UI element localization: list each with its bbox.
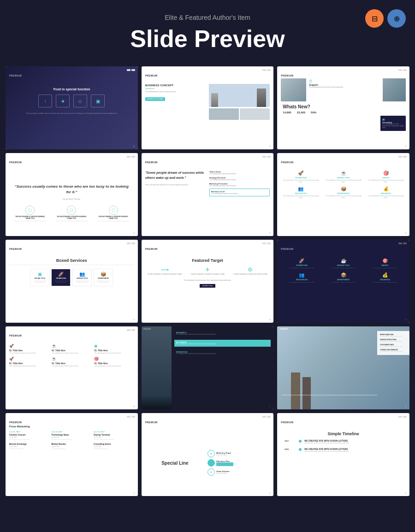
slide-10-page: 10	[133, 406, 135, 408]
box-icon-1: ▣	[38, 272, 42, 277]
slide-10[interactable]: PREMIUM 🚀 01. Tittle Here The multitaski…	[6, 326, 138, 409]
list-icon-5: 🎯	[94, 357, 134, 361]
slide-3-support-text: The multitasking & creative business the…	[309, 86, 380, 88]
slide-2-label: PREMIUM	[145, 74, 158, 77]
line-icon-2: ●	[210, 471, 212, 473]
slide-6[interactable]: PREMIUM 🚀 PROMOTION The multitasking & c…	[277, 153, 409, 236]
slide-13-label: PREMIUM	[9, 421, 22, 424]
slide-7-title: Boxed Services	[9, 258, 134, 263]
stat-2: 23,400	[297, 111, 305, 114]
line-icon-0: ●	[210, 452, 212, 455]
slide-2-title: BUSINESS CONCEPT	[145, 84, 206, 87]
author-badge-1: ⊟	[365, 9, 384, 28]
slide-5-page: 05	[269, 232, 271, 234]
slide-4-page: 04	[133, 232, 135, 234]
slide-1-page: 01	[133, 146, 135, 148]
slide-7-label: PREMIUM	[9, 248, 22, 250]
slide-15[interactable]: PREMIUM Simple Timeline 2017 WE CREATED …	[277, 413, 409, 496]
slide-15-timeline: 2017 WE CREATED SITE WITH FUSION LETTERS…	[281, 440, 406, 453]
slide-4-icon-label-1: THE MULTITASKING & CREATIVE BUSINESS THE…	[14, 216, 46, 219]
slide-6-icons: 🚀 PROMOTION The multitasking & creative …	[281, 171, 406, 199]
slide-11-page: 11	[269, 406, 271, 408]
slide-8-text: The multitasking & creative business the…	[145, 279, 270, 281]
slide-15-title: Simple Timeline	[281, 432, 406, 436]
slide-10-content: 🚀 01. Tittle Here The multitasking & cre…	[9, 344, 134, 367]
header-title: Slide Preview	[9, 25, 406, 53]
featured-icon-2: ✈	[205, 266, 210, 273]
slide-13[interactable]: PREMIUM From Marketing Jun 16, 2017 Fash…	[6, 413, 138, 496]
slide6-icon-0: 🚀	[298, 171, 303, 176]
slide6-icon-2: 🎯	[383, 171, 389, 176]
slide-4-icon-label-2: THE MULTITASKING & CREATIVE BUSINESS THE…	[55, 216, 88, 219]
top-icons: ⊟ ⊕	[365, 9, 406, 28]
slide-10-label: PREMIUM	[9, 334, 22, 337]
slide-11[interactable]: PREMIUM RESEARCH The multitasking & crea…	[142, 326, 274, 409]
slide-13-title: From Marketing	[9, 425, 134, 428]
slide-12-label: PREMIUM	[280, 328, 288, 330]
slide-2[interactable]: PREMIUM BUSINESS CONCEPT The multitaskin…	[142, 66, 274, 149]
slide-14-nav	[262, 416, 271, 418]
slide-7[interactable]: PREMIUM Boxed Services ▣ ONLINE TITLE Th…	[6, 240, 138, 323]
slide-6-label: PREMIUM	[281, 161, 293, 164]
header-subtitle: Elite & Featured Author's Item	[9, 14, 406, 21]
slide-4-label: PREMIUM	[9, 161, 22, 164]
slide6-icon-3: 👥	[298, 186, 303, 191]
slide-15-page: 15	[405, 492, 407, 494]
slide-icon-3: ◇	[78, 99, 82, 104]
dark-icon-1: ☕	[341, 258, 346, 263]
slide-15-nav	[398, 416, 407, 418]
slide-3-consulting-text: The multitasking & creative business the…	[382, 124, 404, 129]
slide-4-content: "Success usually comes to those who are …	[9, 165, 134, 236]
slide-5-label: PREMIUM	[145, 161, 158, 164]
slide-11-content: PREMIUM RESEARCH The multitasking & crea…	[142, 326, 274, 409]
slide-7-nav	[127, 242, 135, 244]
dark-icon-5: 💰	[382, 272, 388, 278]
slide-9-icons: 🚀 PROMOTION The multitasking & creative …	[281, 258, 406, 284]
slide-1-label: PREMIUM	[9, 74, 22, 77]
slide-1-icons: ↑ ★ ◇ ▣	[9, 95, 134, 107]
slide-14-label: PREMIUM	[145, 421, 158, 424]
featured-icon-1: ⟿	[161, 266, 169, 273]
slide-3-page: 03	[405, 146, 407, 148]
slide-3[interactable]: PREMIUM ☰ Support The multitasking & cre…	[277, 66, 409, 149]
support-icon: ☰	[309, 79, 380, 83]
dark-icon-0: 🚀	[299, 258, 304, 263]
slide-4[interactable]: PREMIUM "Success usually comes to those …	[6, 153, 138, 236]
list-icon-4: ☕	[52, 357, 91, 361]
slide-3-stats: 14,800 23,400 50%	[283, 111, 404, 114]
slide-9-page: 09	[405, 319, 407, 321]
line-icon-1: ●	[210, 461, 212, 464]
slide-3-label: PREMIUM	[281, 74, 293, 77]
slide-1[interactable]: PREMIUM Trust in special function ↑ ★ ◇ …	[6, 66, 138, 149]
slide-14-page: 14	[269, 492, 271, 494]
slide-14-title: Special Line	[161, 461, 188, 466]
slide-1-text: Some people usually comes to those who a…	[9, 112, 134, 115]
dark-icon-3: 👥	[299, 272, 304, 278]
slide6-icon-5: 💰	[383, 186, 389, 191]
dark-icon-2: 🎯	[382, 258, 388, 263]
stat-1: 14,800	[283, 111, 291, 114]
slide-3-whats: Whats New? 14,800 23,400 50%	[281, 103, 406, 115]
slide-14-content: Special Line ● Marketing Target Some des…	[145, 425, 270, 496]
slide-7-page: 07	[133, 319, 135, 321]
slide-2-content: BUSINESS CONCEPT The multitasking & crea…	[145, 84, 270, 120]
stat-3: 50%	[311, 111, 316, 114]
slide-12[interactable]: PREMIUM WORK ANALYSIS The multitasking &…	[277, 326, 409, 409]
slide-8-icons: ⟿ THE MULTITASKING & CREATIVE BUSINESS T…	[145, 266, 270, 276]
slide-12-page: 12	[405, 406, 407, 408]
slides-grid: PREMIUM Trust in special function ↑ ★ ◇ …	[0, 62, 415, 505]
slide-14[interactable]: PREMIUM Special Line ● Marketing Target …	[142, 413, 274, 496]
slide-13-page: 13	[133, 492, 135, 494]
slide-5-quote: "Some people dream of success while othe…	[145, 171, 206, 180]
slide-icon-4: ▣	[96, 99, 100, 104]
slide-8[interactable]: PREMIUM Featured Target ⟿ THE MULTITASKI…	[142, 240, 274, 323]
slide-9[interactable]: PREMIUM 🚀 PROMOTION The multitasking & c…	[277, 240, 409, 323]
list-icon-2: ▣	[94, 344, 134, 348]
slide-5[interactable]: PREMIUM "Some people dream of success wh…	[142, 153, 274, 236]
slide-13-nav	[127, 416, 135, 418]
slide-8-title: Featured Target	[145, 258, 270, 263]
slide6-icon-4: 📦	[341, 186, 346, 191]
featured-icon-3: ⚙	[248, 266, 253, 273]
slide-12-right: WORK ANALYSIS The multitasking & creativ…	[377, 331, 409, 355]
box-icon-3: 👥	[79, 272, 85, 277]
